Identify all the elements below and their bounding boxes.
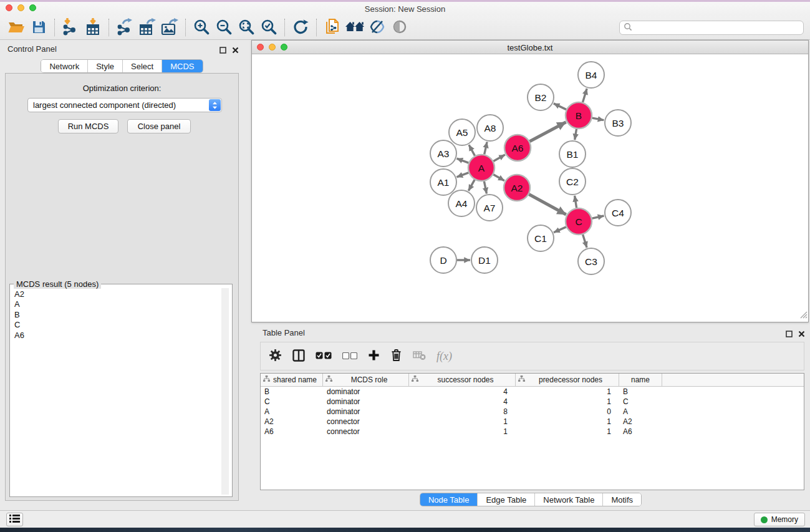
node-B2[interactable]: B2 bbox=[528, 84, 554, 110]
table-cell[interactable]: A6 bbox=[619, 427, 662, 436]
zoom-in-button[interactable] bbox=[190, 17, 213, 38]
hide-panels-button[interactable] bbox=[366, 17, 388, 38]
table-cell[interactable]: 1 bbox=[516, 417, 619, 426]
node-A2[interactable]: A2 bbox=[504, 175, 530, 201]
close-panel-icon[interactable] bbox=[232, 45, 239, 56]
resize-grip-icon[interactable] bbox=[799, 310, 808, 321]
edge-A-A2[interactable] bbox=[493, 175, 504, 181]
result-list-item[interactable]: B bbox=[11, 310, 219, 320]
import-table-button[interactable] bbox=[82, 17, 104, 38]
float-table-panel-icon[interactable] bbox=[786, 329, 793, 340]
node-C3[interactable]: C3 bbox=[578, 248, 604, 274]
node-A7[interactable]: A7 bbox=[476, 195, 503, 221]
edge-A-A4[interactable] bbox=[468, 180, 475, 191]
search-input[interactable] bbox=[635, 24, 803, 32]
table-cell[interactable]: 4 bbox=[409, 387, 516, 396]
tab-motifs[interactable]: Motifs bbox=[602, 493, 641, 506]
table-cell[interactable]: 0 bbox=[516, 407, 619, 416]
table-cell[interactable]: 1 bbox=[409, 427, 516, 436]
deselect-all-rows-button[interactable] bbox=[342, 352, 357, 361]
table-cell[interactable]: A bbox=[619, 407, 662, 416]
tab-style[interactable]: Style bbox=[87, 60, 122, 72]
show-column-panel-button[interactable] bbox=[292, 349, 305, 364]
table-row[interactable]: A6connector11A6 bbox=[261, 427, 804, 437]
select-all-rows-button[interactable] bbox=[316, 352, 332, 361]
table-cell[interactable]: 1 bbox=[516, 427, 619, 436]
zoom-out-button[interactable] bbox=[213, 17, 235, 38]
node-C[interactable]: C bbox=[566, 208, 592, 235]
table-cell[interactable]: B bbox=[619, 387, 662, 396]
delete-columns-button[interactable] bbox=[390, 349, 402, 364]
node-A[interactable]: A bbox=[468, 155, 494, 181]
node-B4[interactable]: B4 bbox=[578, 62, 604, 88]
edge-A-A1[interactable] bbox=[457, 173, 469, 177]
close-panel-button[interactable]: Close panel bbox=[127, 119, 191, 133]
edge-A-A3[interactable] bbox=[457, 158, 469, 163]
node-B1[interactable]: B1 bbox=[559, 141, 586, 167]
node-B3[interactable]: B3 bbox=[605, 110, 631, 136]
task-history-button[interactable] bbox=[6, 513, 23, 526]
column-header-shared-name[interactable]: shared name bbox=[261, 374, 323, 386]
table-cell[interactable]: 4 bbox=[409, 397, 516, 406]
delete-table-button[interactable] bbox=[413, 350, 426, 362]
node-A5[interactable]: A5 bbox=[449, 119, 475, 145]
edge-B-B1[interactable] bbox=[575, 129, 577, 140]
node-C4[interactable]: C4 bbox=[605, 200, 631, 226]
column-header-successor-nodes[interactable]: successor nodes bbox=[409, 374, 516, 386]
table-cell[interactable]: dominator bbox=[323, 407, 409, 416]
table-cell[interactable]: dominator bbox=[323, 397, 409, 406]
edge-A6-B[interactable] bbox=[529, 122, 566, 142]
export-table-button[interactable] bbox=[136, 17, 158, 38]
open-session-button[interactable] bbox=[5, 17, 27, 38]
show-all-networks-button[interactable] bbox=[344, 17, 366, 38]
zoom-selected-button[interactable] bbox=[258, 17, 280, 38]
tab-node-table[interactable]: Node Table bbox=[420, 493, 478, 506]
close-table-panel-icon[interactable] bbox=[798, 329, 805, 340]
column-header-predecessor-nodes[interactable]: predecessor nodes bbox=[516, 374, 619, 386]
tab-network-table[interactable]: Network Table bbox=[534, 493, 602, 506]
run-mcds-button[interactable]: Run MCDS bbox=[58, 119, 118, 133]
table-row[interactable]: A2connector11A2 bbox=[261, 417, 804, 427]
table-cell[interactable]: 1 bbox=[409, 417, 516, 426]
node-A6[interactable]: A6 bbox=[504, 135, 531, 161]
edge-A-A6[interactable] bbox=[493, 155, 505, 161]
edge-B-B3[interactable] bbox=[592, 118, 604, 120]
edge-C-C4[interactable] bbox=[592, 216, 604, 218]
table-cell[interactable]: A bbox=[261, 407, 323, 416]
function-builder-button[interactable]: f(x) bbox=[436, 350, 452, 363]
tab-select[interactable]: Select bbox=[122, 60, 162, 72]
show-graphics-button[interactable] bbox=[388, 17, 411, 38]
table-cell[interactable]: C bbox=[619, 397, 662, 406]
result-list-item[interactable]: A bbox=[11, 299, 219, 309]
mcds-result-list[interactable]: A2ABCA6 bbox=[11, 289, 219, 495]
node-A1[interactable]: A1 bbox=[430, 169, 456, 195]
table-cell[interactable]: A6 bbox=[261, 427, 323, 436]
table-cell[interactable]: 8 bbox=[409, 407, 516, 416]
duplicate-network-button[interactable] bbox=[321, 17, 344, 38]
result-list-item[interactable]: A2 bbox=[11, 289, 219, 299]
refresh-button[interactable] bbox=[289, 17, 312, 38]
node-C1[interactable]: C1 bbox=[528, 225, 554, 251]
edge-A-A8[interactable] bbox=[485, 142, 487, 155]
export-network-button[interactable] bbox=[113, 17, 136, 38]
float-panel-icon[interactable] bbox=[219, 45, 226, 56]
edge-C-C3[interactable] bbox=[583, 235, 587, 248]
export-image-button[interactable] bbox=[158, 17, 181, 38]
column-header-name[interactable]: name bbox=[619, 374, 662, 386]
table-cell[interactable]: 1 bbox=[516, 397, 619, 406]
edge-A2-C[interactable] bbox=[529, 195, 566, 215]
table-row[interactable]: Adominator80A bbox=[261, 407, 804, 417]
search-box[interactable] bbox=[619, 21, 804, 35]
network-canvas[interactable]: AA1A2A3A4A5A6A7A8BB1B2B3B4CC1C2C3C4DD1 bbox=[252, 54, 808, 322]
edge-A-A7[interactable] bbox=[484, 181, 486, 194]
node-C2[interactable]: C2 bbox=[559, 168, 586, 195]
tab-mcds[interactable]: MCDS bbox=[162, 60, 202, 72]
result-list-item[interactable]: A6 bbox=[11, 331, 219, 341]
table-cell[interactable]: connector bbox=[323, 427, 409, 436]
result-list-item[interactable]: C bbox=[11, 320, 219, 330]
edge-B-B2[interactable] bbox=[554, 104, 566, 110]
table-cell[interactable]: dominator bbox=[323, 387, 409, 396]
import-network-button[interactable] bbox=[59, 17, 82, 38]
criterion-select[interactable]: largest connected component (directed) bbox=[27, 98, 222, 112]
node-D1[interactable]: D1 bbox=[471, 247, 498, 273]
